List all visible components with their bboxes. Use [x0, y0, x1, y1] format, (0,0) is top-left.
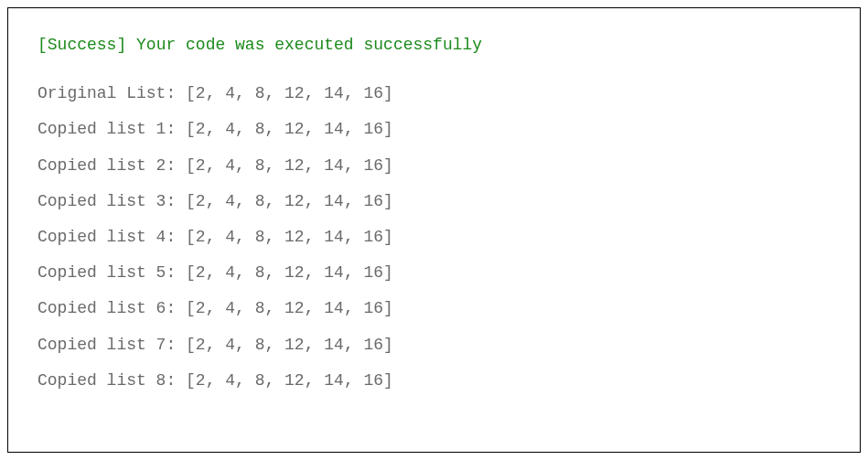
output-value: [2, 4, 8, 12, 14, 16]	[186, 299, 393, 317]
output-line: Copied list 1: [2, 4, 8, 12, 14, 16]	[38, 118, 830, 141]
output-label: Copied list 2:	[38, 156, 176, 175]
status-message: Your code was executed successfully	[136, 36, 482, 54]
output-line: Copied list 2: [2, 4, 8, 12, 14, 16]	[38, 155, 830, 177]
output-line: Copied list 3: [2, 4, 8, 12, 14, 16]	[38, 190, 830, 213]
output-line: Copied list 6: [2, 4, 8, 12, 14, 16]	[38, 297, 830, 320]
output-line: Copied list 4: [2, 4, 8, 12, 14, 16]	[38, 226, 830, 249]
output-value: [2, 4, 8, 12, 14, 16]	[186, 84, 393, 102]
output-line: Original List: [2, 4, 8, 12, 14, 16]	[38, 82, 830, 105]
status-prefix: [Success]	[38, 36, 126, 54]
status-line: [Success] Your code was executed success…	[38, 34, 830, 57]
output-label: Original List:	[38, 84, 176, 102]
output-label: Copied list 7:	[38, 336, 176, 354]
output-label: Copied list 5:	[38, 263, 176, 282]
output-value: [2, 4, 8, 12, 14, 16]	[186, 156, 393, 175]
output-value: [2, 4, 8, 12, 14, 16]	[186, 336, 393, 354]
output-line: Copied list 8: [2, 4, 8, 12, 14, 16]	[38, 369, 830, 392]
output-label: Copied list 6:	[38, 299, 176, 317]
output-value: [2, 4, 8, 12, 14, 16]	[186, 371, 393, 390]
output-label: Copied list 4:	[38, 228, 176, 246]
output-line: Copied list 5: [2, 4, 8, 12, 14, 16]	[38, 262, 830, 284]
output-label: Copied list 3:	[38, 192, 176, 210]
output-label: Copied list 8:	[38, 371, 176, 390]
output-line: Copied list 7: [2, 4, 8, 12, 14, 16]	[38, 334, 830, 357]
output-value: [2, 4, 8, 12, 14, 16]	[186, 192, 393, 210]
output-value: [2, 4, 8, 12, 14, 16]	[186, 228, 393, 246]
output-label: Copied list 1:	[38, 120, 176, 138]
output-panel: [Success] Your code was executed success…	[7, 7, 861, 453]
output-value: [2, 4, 8, 12, 14, 16]	[186, 263, 393, 282]
output-value: [2, 4, 8, 12, 14, 16]	[186, 120, 393, 138]
